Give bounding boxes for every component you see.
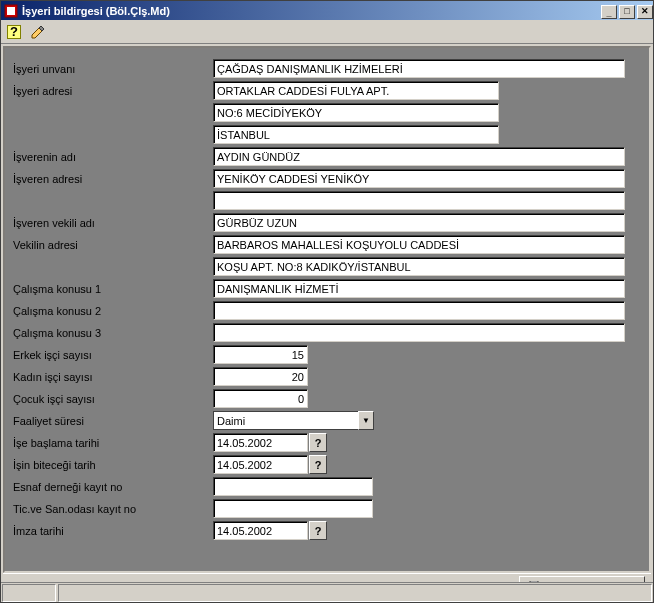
select-faaliyet-suresi[interactable]: Daimi ▼ xyxy=(213,411,374,430)
label-imza-tarihi: İmza tarihi xyxy=(13,525,213,537)
status-cell-1 xyxy=(2,584,56,602)
input-isin-bitecegi-tarih[interactable] xyxy=(213,455,308,474)
button-bar: Beyanname göster xyxy=(3,573,651,582)
label-vekilin-adresi: Vekilin adresi xyxy=(13,239,213,251)
input-isveren-vekili-adi[interactable] xyxy=(213,213,625,232)
input-vekilin-adresi-1[interactable] xyxy=(213,235,625,254)
chevron-down-icon: ▼ xyxy=(362,416,370,425)
label-faaliyet-suresi: Faaliyet süresi xyxy=(13,415,213,427)
label-isveren-vekili-adi: İşveren vekili adı xyxy=(13,217,213,229)
app-icon xyxy=(3,3,19,19)
edit-button[interactable] xyxy=(27,21,49,42)
label-esnaf-dernegi-kayit-no: Esnaf derneği kayıt no xyxy=(13,481,213,493)
label-calisma-konusu-3: Çalışma konusu 3 xyxy=(13,327,213,339)
select-value: Daimi xyxy=(213,411,358,430)
titlebar: İşyeri bildirgesi (Böl.Çlş.Md) _ □ ✕ xyxy=(1,1,653,20)
input-isyeri-adresi-1[interactable] xyxy=(213,81,499,100)
form-area: İşyeri unvanı İşyeri adresi İşverenin ad… xyxy=(1,44,653,582)
label-isin-bitecegi-tarih: İşin biteceği tarih xyxy=(13,459,213,471)
input-kadin-isci-sayisi[interactable] xyxy=(213,367,308,386)
input-imza-tarihi[interactable] xyxy=(213,521,308,540)
label-erkek-isci-sayisi: Erkek işçi sayısı xyxy=(13,349,213,361)
input-cocuk-isci-sayisi[interactable] xyxy=(213,389,308,408)
close-button[interactable]: ✕ xyxy=(637,5,653,19)
input-erkek-isci-sayisi[interactable] xyxy=(213,345,308,364)
status-cell-2 xyxy=(58,584,652,602)
input-calisma-konusu-3[interactable] xyxy=(213,323,625,342)
input-isyeri-adresi-2[interactable] xyxy=(213,103,499,122)
date-help-button-2[interactable]: ? xyxy=(309,455,327,474)
input-isveren-adresi-1[interactable] xyxy=(213,169,625,188)
help-button[interactable]: ? xyxy=(3,21,25,42)
date-help-button-1[interactable]: ? xyxy=(309,433,327,452)
label-cocuk-isci-sayisi: Çocuk işçi sayısı xyxy=(13,393,213,405)
input-isyeri-adresi-3[interactable] xyxy=(213,125,499,144)
label-tic-san-odasi-kayit-no: Tic.ve San.odası kayıt no xyxy=(13,503,213,515)
dropdown-button[interactable]: ▼ xyxy=(358,411,374,430)
statusbar xyxy=(1,582,653,602)
minimize-button[interactable]: _ xyxy=(601,5,617,19)
label-isverenin-adi: İşverenin adı xyxy=(13,151,213,163)
label-calisma-konusu-1: Çalışma konusu 1 xyxy=(13,283,213,295)
input-ise-baslama-tarihi[interactable] xyxy=(213,433,308,452)
maximize-button[interactable]: □ xyxy=(619,5,635,19)
input-vekilin-adresi-2[interactable] xyxy=(213,257,625,276)
window-title: İşyeri bildirgesi (Böl.Çlş.Md) xyxy=(22,5,599,17)
date-help-button-3[interactable]: ? xyxy=(309,521,327,540)
label-calisma-konusu-2: Çalışma konusu 2 xyxy=(13,305,213,317)
input-calisma-konusu-1[interactable] xyxy=(213,279,625,298)
window: İşyeri bildirgesi (Böl.Çlş.Md) _ □ ✕ ? İ… xyxy=(0,0,654,603)
input-esnaf-dernegi-kayit-no[interactable] xyxy=(213,477,373,496)
label-isveren-adresi: İşveren adresi xyxy=(13,173,213,185)
pencil-icon xyxy=(30,24,46,40)
input-isverenin-adi[interactable] xyxy=(213,147,625,166)
label-isyeri-unvani: İşyeri unvanı xyxy=(13,63,213,75)
input-isyeri-unvani[interactable] xyxy=(213,59,625,78)
svg-rect-1 xyxy=(7,7,15,15)
label-isyeri-adresi: İşyeri adresi xyxy=(13,85,213,97)
form-panel: İşyeri unvanı İşyeri adresi İşverenin ad… xyxy=(3,46,651,573)
toolbar: ? xyxy=(1,20,653,44)
input-tic-san-odasi-kayit-no[interactable] xyxy=(213,499,373,518)
label-ise-baslama-tarihi: İşe başlama tarihi xyxy=(13,437,213,449)
label-kadin-isci-sayisi: Kadın işçi sayısı xyxy=(13,371,213,383)
input-calisma-konusu-2[interactable] xyxy=(213,301,625,320)
input-isveren-adresi-2[interactable] xyxy=(213,191,625,210)
